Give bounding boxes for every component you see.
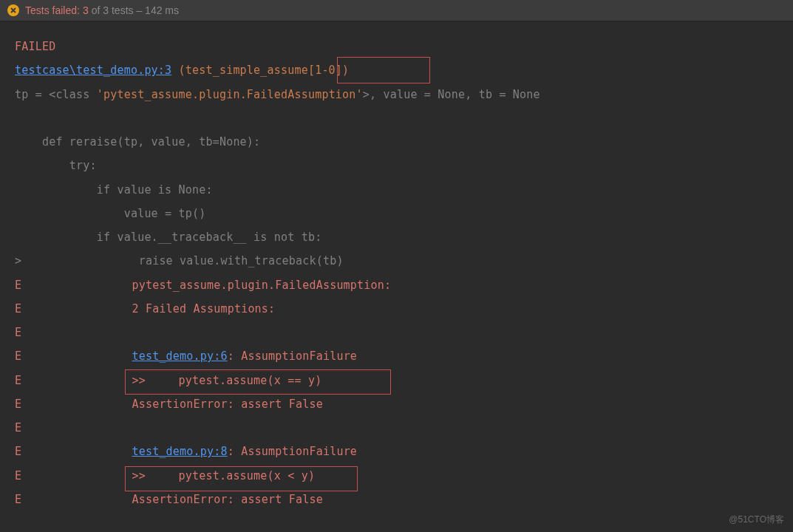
assumption-line: E test_demo.py:8: AssumptionFailure	[15, 440, 778, 463]
raise-line: > raise value.with_traceback(tb)	[15, 249, 778, 273]
code-line: if value is None:	[15, 178, 778, 202]
file-link[interactable]: test_demo.py:8	[132, 445, 227, 458]
failed-label: FAILED	[15, 35, 778, 58]
code-line: if value.__traceback__ is not tb:	[15, 225, 778, 249]
assertion-error-line: E AssertionError: assert False	[15, 392, 778, 416]
warning-icon	[7, 4, 19, 16]
assumption-line: E test_demo.py:6: AssumptionFailure	[15, 344, 778, 368]
assume-code-line: E >> pytest.assume(x == y)	[15, 369, 778, 392]
watermark: @51CTO博客	[729, 514, 784, 526]
tests-summary-rest: of 3 tests – 142 ms	[92, 4, 179, 16]
test-result-header: Tests failed: 3 of 3 tests – 142 ms	[0, 0, 793, 21]
tests-failed-label: Tests failed:	[25, 4, 80, 16]
test-location-line: testcase\test_demo.py:3 (test_simple_ass…	[15, 58, 778, 82]
assume-code-line: E >> pytest.assume(x < y)	[15, 464, 778, 488]
tests-failed-count: 3	[83, 4, 89, 16]
trace-output: FAILED testcase\test_demo.py:3 (test_sim…	[0, 21, 793, 525]
error-line: E 2 Failed Assumptions:	[15, 297, 778, 321]
code-line: value = tp()	[15, 202, 778, 225]
error-line: E	[15, 416, 778, 440]
code-line: try:	[15, 154, 778, 177]
file-link[interactable]: testcase\test_demo.py:3	[15, 64, 171, 77]
code-line: def reraise(tp, value, tb=None):	[15, 130, 778, 154]
error-line: E	[15, 321, 778, 344]
assertion-error-line: E AssertionError: assert False	[15, 488, 778, 511]
file-link[interactable]: test_demo.py:6	[132, 349, 227, 363]
error-line: E pytest_assume.plugin.FailedAssumption:	[15, 273, 778, 297]
tp-line: tp = <class 'pytest_assume.plugin.Failed…	[15, 83, 778, 106]
